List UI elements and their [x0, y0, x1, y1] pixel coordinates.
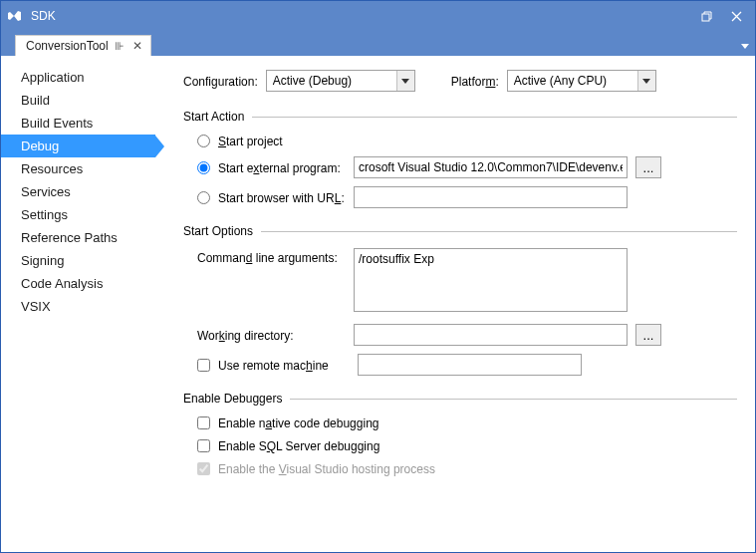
pin-icon[interactable]: ⊪ — [115, 40, 125, 53]
vs-logo-icon — [5, 6, 25, 26]
configuration-label: Configuration: — [183, 74, 258, 89]
sidebar-item-build-events[interactable]: Build Events — [1, 112, 155, 135]
section-enable-debuggers: Enable Debuggers Enable native code debu… — [183, 392, 737, 476]
hosting-label: Enable the Visual Studio hosting process — [218, 461, 435, 476]
sidebar-item-code-analysis[interactable]: Code Analysis — [1, 272, 155, 295]
content: Configuration: Active (Debug) Platform: … — [155, 56, 755, 552]
workdir-row: Working directory: ... — [183, 324, 737, 346]
workdir-label: Working directory: — [197, 328, 346, 343]
sidebar-item-resources[interactable]: Resources — [1, 157, 155, 180]
native-label: Enable native code debugging — [218, 415, 378, 430]
window: SDK ConversionTool ⊪ ✕ Application Build… — [0, 0, 756, 553]
section-header: Enable Debuggers — [183, 392, 737, 406]
section-title: Start Options — [183, 224, 253, 238]
sql-row: Enable SQL Server debugging — [183, 438, 737, 453]
remote-input[interactable] — [358, 354, 582, 376]
start-project-row: Start project — [183, 134, 737, 148]
config-row: Configuration: Active (Debug) Platform: … — [183, 70, 737, 92]
cmd-args-row: Command line arguments: — [183, 248, 737, 312]
sidebar-item-settings[interactable]: Settings — [1, 203, 155, 226]
chevron-down-icon — [396, 71, 414, 91]
divider — [290, 399, 737, 400]
start-browser-radio[interactable] — [197, 191, 210, 204]
chevron-down-icon — [637, 71, 655, 91]
browse-workdir-button[interactable]: ... — [635, 324, 661, 346]
hosting-row: Enable the Visual Studio hosting process — [183, 461, 737, 476]
body: Application Build Build Events Debug Res… — [1, 56, 755, 552]
platform-label: Platform: — [451, 74, 499, 89]
start-project-label: Start project — [218, 134, 283, 148]
section-start-action: Start Action Start project Start externa… — [183, 110, 737, 208]
section-header: Start Options — [183, 224, 737, 238]
start-browser-row: Start browser with URL: — [183, 186, 737, 208]
section-title: Start Action — [183, 110, 244, 124]
sidebar: Application Build Build Events Debug Res… — [1, 56, 155, 552]
remote-row: Use remote machine — [183, 354, 737, 376]
window-title: SDK — [31, 9, 691, 23]
start-external-row: Start external program: ... — [183, 156, 737, 178]
titlebar: SDK — [1, 1, 755, 31]
restore-button[interactable] — [691, 5, 721, 27]
sidebar-item-services[interactable]: Services — [1, 180, 155, 203]
tab-close-icon[interactable]: ✕ — [130, 39, 144, 53]
start-external-label: Start external program: — [218, 160, 346, 175]
sidebar-item-vsix[interactable]: VSIX — [1, 295, 155, 318]
remote-label: Use remote machine — [218, 358, 350, 373]
cmd-args-label: Command line arguments: — [197, 248, 346, 265]
sidebar-item-signing[interactable]: Signing — [1, 249, 155, 272]
sql-label: Enable SQL Server debugging — [218, 438, 379, 453]
close-button[interactable] — [721, 5, 751, 27]
start-external-radio[interactable] — [197, 161, 210, 174]
sidebar-item-debug[interactable]: Debug — [1, 135, 155, 157]
sidebar-item-application[interactable]: Application — [1, 66, 155, 89]
tab-label: ConversionTool — [26, 39, 109, 53]
sidebar-item-build[interactable]: Build — [1, 89, 155, 112]
tabstrip-menu-icon[interactable] — [741, 38, 749, 52]
divider — [252, 117, 737, 118]
svg-rect-0 — [702, 14, 709, 21]
start-external-input[interactable] — [354, 156, 628, 178]
cmd-args-input[interactable] — [354, 248, 628, 312]
hosting-checkbox — [197, 462, 210, 475]
sql-checkbox[interactable] — [197, 439, 210, 452]
start-project-radio[interactable] — [197, 135, 210, 147]
remote-checkbox[interactable] — [197, 359, 210, 372]
sidebar-item-reference-paths[interactable]: Reference Paths — [1, 226, 155, 249]
section-header: Start Action — [183, 110, 737, 124]
section-start-options: Start Options Command line arguments: Wo… — [183, 224, 737, 376]
platform-combo[interactable]: Active (Any CPU) — [507, 70, 656, 92]
divider — [261, 231, 737, 232]
configuration-combo[interactable]: Active (Debug) — [266, 70, 415, 92]
workdir-input[interactable] — [354, 324, 628, 346]
browse-external-button[interactable]: ... — [635, 156, 661, 178]
native-row: Enable native code debugging — [183, 415, 737, 430]
section-title: Enable Debuggers — [183, 392, 282, 406]
tabstrip: ConversionTool ⊪ ✕ — [1, 31, 755, 56]
tab-conversiontool[interactable]: ConversionTool ⊪ ✕ — [15, 35, 151, 56]
start-browser-label: Start browser with URL: — [218, 190, 346, 205]
start-browser-input[interactable] — [354, 186, 628, 208]
native-checkbox[interactable] — [197, 416, 210, 429]
